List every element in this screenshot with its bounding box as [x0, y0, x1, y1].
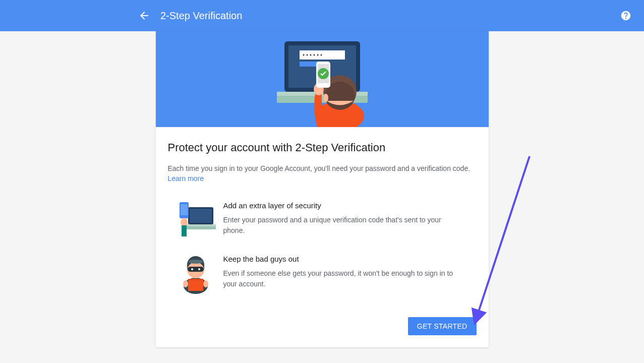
svg-rect-27 [182, 225, 187, 236]
help-icon[interactable] [620, 10, 632, 22]
back-arrow-icon[interactable] [138, 10, 150, 22]
feature-text: Add an extra layer of security Enter you… [223, 201, 477, 236]
feature-bad-guys: Keep the bad guys out Even if someone el… [168, 255, 477, 295]
feature-title: Keep the bad guys out [223, 255, 456, 263]
svg-point-33 [189, 260, 203, 264]
feature-title: Add an extra layer of security [223, 201, 456, 210]
svg-rect-34 [188, 279, 203, 291]
app-header: 2-Step Verification [0, 0, 644, 31]
feature-extra-layer: Add an extra layer of security Enter you… [168, 201, 477, 236]
svg-point-36 [183, 280, 188, 287]
hero-illustration [156, 31, 489, 127]
header-left: 2-Step Verification [138, 10, 242, 22]
svg-rect-22 [185, 224, 216, 226]
svg-point-3 [303, 54, 304, 56]
content-wrapper: Protect your account with 2-Step Verific… [0, 31, 644, 347]
phone-laptop-icon [168, 201, 223, 236]
main-card: Protect your account with 2-Step Verific… [156, 31, 489, 347]
svg-point-4 [306, 54, 308, 56]
get-started-button[interactable]: GET STARTED [408, 317, 477, 335]
card-body: Protect your account with 2-Step Verific… [156, 127, 489, 347]
card-subtitle: Protect your account with 2-Step Verific… [168, 141, 477, 154]
features-list: Add an extra layer of security Enter you… [168, 201, 477, 295]
svg-rect-21 [190, 209, 212, 223]
card-actions: GET STARTED [168, 313, 477, 335]
svg-point-8 [320, 54, 322, 56]
feature-desc: Even if someone else gets your password,… [223, 268, 456, 289]
svg-point-6 [313, 54, 315, 56]
svg-point-37 [203, 280, 208, 287]
svg-rect-35 [188, 279, 203, 280]
page-title: 2-Step Verification [160, 10, 242, 22]
svg-point-15 [323, 94, 328, 102]
card-description: Each time you sign in to your Google Acc… [168, 163, 477, 174]
feature-text: Keep the bad guys out Even if someone el… [223, 255, 477, 289]
svg-point-32 [198, 268, 200, 270]
svg-point-5 [310, 54, 311, 56]
feature-desc: Enter your password and a unique verific… [223, 215, 456, 236]
svg-point-31 [191, 268, 193, 270]
svg-rect-30 [188, 267, 204, 272]
burglar-icon [168, 255, 223, 295]
svg-rect-25 [181, 204, 188, 215]
learn-more-link[interactable]: Learn more [168, 174, 204, 183]
svg-rect-23 [185, 226, 216, 229]
svg-point-7 [317, 54, 318, 56]
